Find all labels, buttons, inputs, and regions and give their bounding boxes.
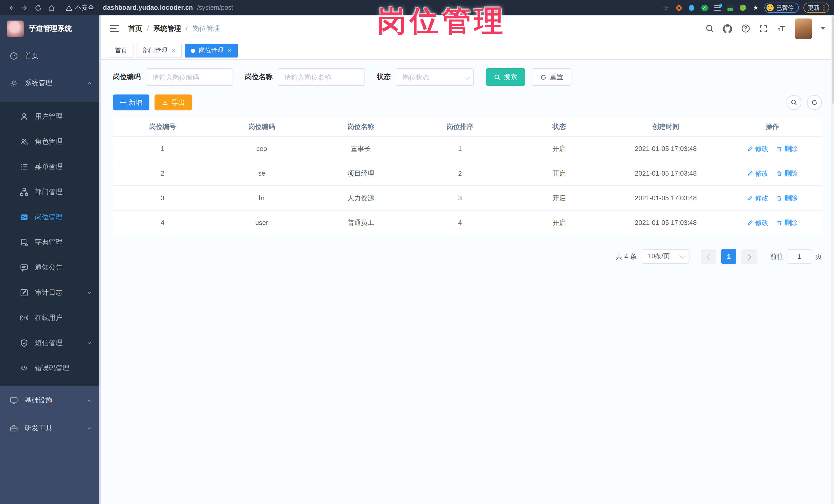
table-row: 1 ceo 董事长 1 开启 2021-01-05 17:03:48 修改 删除 <box>113 137 822 161</box>
sidebar-item-error-codes[interactable]: 错误码管理 <box>0 355 101 380</box>
tab-home[interactable]: 首页 <box>109 44 133 58</box>
bookmark-star-icon[interactable]: ☆ <box>662 4 670 12</box>
tab-posts[interactable]: 岗位管理 <box>185 44 238 58</box>
scrollbar[interactable] <box>831 16 834 504</box>
sidebar-item-label: 字典管理 <box>35 238 63 247</box>
sidebar-item-announcements[interactable]: 通知公告 <box>0 255 101 280</box>
breadcrumb-home[interactable]: 首页 <box>128 24 142 33</box>
current-page-button[interactable]: 1 <box>721 249 736 264</box>
forward-icon[interactable] <box>19 2 31 14</box>
delete-link[interactable]: 删除 <box>776 144 798 153</box>
sidebar-item-departments[interactable]: 部门管理 <box>0 179 101 204</box>
sidebar-item-posts[interactable]: 岗位管理 <box>0 204 101 229</box>
created-time-cell: 2021-01-05 17:03:48 <box>609 145 723 153</box>
close-icon[interactable] <box>171 48 176 53</box>
sidebar-item-audit-log[interactable]: 审计日志 <box>0 280 101 305</box>
status-select[interactable] <box>396 68 474 86</box>
address-bar[interactable]: 不安全 dashboard.yudao.iocoder.cn/system/po… <box>66 0 657 16</box>
delete-link[interactable]: 删除 <box>776 193 798 202</box>
trash-icon <box>776 146 783 152</box>
edit-link[interactable]: 修改 <box>747 169 769 178</box>
sidebar-item-label: 审计日志 <box>35 288 63 297</box>
navbar-actions <box>705 18 825 39</box>
column-header: 岗位排序 <box>411 122 509 131</box>
fullscreen-icon[interactable] <box>759 24 768 33</box>
breadcrumb-system[interactable]: 系统管理 <box>154 24 181 33</box>
avatar[interactable] <box>795 18 812 39</box>
hide-search-button[interactable] <box>787 95 802 110</box>
update-label: 更新 <box>808 4 820 12</box>
scrollbar-thumb[interactable] <box>832 17 834 104</box>
help-icon[interactable] <box>741 24 750 33</box>
search-icon[interactable] <box>705 24 714 33</box>
breadcrumb-separator: / <box>186 25 188 32</box>
back-icon[interactable] <box>5 2 18 14</box>
refresh-table-button[interactable] <box>807 95 822 110</box>
security-chip[interactable]: 不安全 <box>66 3 94 12</box>
extension-alien-icon[interactable] <box>739 4 747 12</box>
sidebar: 芋道管理系统 首页 系统管理 <box>0 16 101 504</box>
profile-paused-pill[interactable]: 已暂停 <box>764 3 798 13</box>
trash-icon <box>776 195 783 201</box>
sidebar-item-label: 短信管理 <box>35 338 63 347</box>
extension-green-check-icon[interactable]: ✓ <box>700 4 708 12</box>
post-name-input[interactable] <box>278 68 365 86</box>
reload-icon[interactable] <box>32 2 44 14</box>
sidebar-item-sms[interactable]: 短信管理 <box>0 330 101 355</box>
sidebar-toggle-icon[interactable] <box>110 25 119 32</box>
font-size-icon[interactable] <box>777 24 786 33</box>
extension-sliders-icon[interactable] <box>713 4 721 12</box>
tab-label: 首页 <box>115 46 127 55</box>
sidebar-item-label: 通知公告 <box>35 263 63 272</box>
github-icon[interactable] <box>723 24 732 33</box>
app-logo-row[interactable]: 芋道管理系统 <box>0 16 101 42</box>
edit-link[interactable]: 修改 <box>747 193 769 202</box>
home-icon[interactable] <box>45 2 58 14</box>
goto-page-input[interactable] <box>788 249 811 264</box>
download-icon <box>162 99 169 106</box>
edit-link[interactable]: 修改 <box>747 218 769 227</box>
extension-blue-drop-icon[interactable] <box>687 4 696 12</box>
delete-link[interactable]: 删除 <box>776 218 798 227</box>
search-button[interactable]: 搜索 <box>486 68 525 86</box>
post-sort-cell: 1 <box>411 145 509 153</box>
edit-icon <box>747 220 753 226</box>
sidebar-item-online-users[interactable]: 在线用户 <box>0 305 101 330</box>
post-id-cell: 1 <box>113 145 212 153</box>
browser-update-pill[interactable]: 更新 <box>803 3 829 13</box>
edit-link[interactable]: 修改 <box>747 144 769 153</box>
sidebar-item-system[interactable]: 系统管理 <box>0 69 101 96</box>
extension-orange-ring-icon[interactable] <box>675 4 683 12</box>
sidebar-item-infrastructure[interactable]: 基础设施 <box>0 387 101 414</box>
caret-down-icon[interactable] <box>821 27 825 30</box>
next-page-button[interactable] <box>741 249 757 264</box>
sidebar-item-label: 系统管理 <box>25 78 52 88</box>
sidebar-item-label: 研发工具 <box>25 424 52 433</box>
sidebar-item-users[interactable]: 用户管理 <box>0 104 101 129</box>
menu-list-icon <box>20 162 28 171</box>
delete-link[interactable]: 删除 <box>776 169 798 178</box>
extensions-puzzle-icon[interactable]: ★ <box>752 4 760 12</box>
sidebar-item-menus[interactable]: 菜单管理 <box>0 154 101 179</box>
add-button[interactable]: 新增 <box>113 94 149 110</box>
sidebar-item-home[interactable]: 首页 <box>0 42 101 69</box>
sidebar-item-dev-tools[interactable]: 研发工具 <box>0 414 101 442</box>
reset-button[interactable]: 重置 <box>532 68 571 86</box>
close-icon[interactable] <box>227 48 232 53</box>
post-sort-cell: 3 <box>411 194 509 202</box>
pagination: 共 4 条 10条/页 1 前往 页 <box>113 249 822 264</box>
trash-icon <box>776 220 783 226</box>
prev-page-button[interactable] <box>701 249 716 264</box>
status-cell: 开启 <box>509 193 609 202</box>
sidebar-item-roles[interactable]: 角色管理 <box>0 129 101 154</box>
export-button[interactable]: 导出 <box>155 94 192 110</box>
page-size-select[interactable]: 10条/页 <box>642 249 689 264</box>
chevron-left-icon <box>706 254 712 260</box>
tab-departments[interactable]: 部门管理 <box>136 44 182 58</box>
post-code-input[interactable] <box>146 68 233 86</box>
menu-kebab-icon[interactable] <box>823 5 825 11</box>
announcement-icon <box>20 263 28 272</box>
extension-gif-icon[interactable] <box>726 4 734 12</box>
table-row: 3 hr 人力资源 3 开启 2021-01-05 17:03:48 修改 删除 <box>113 186 822 211</box>
sidebar-item-dictionary[interactable]: 字典管理 <box>0 229 101 255</box>
